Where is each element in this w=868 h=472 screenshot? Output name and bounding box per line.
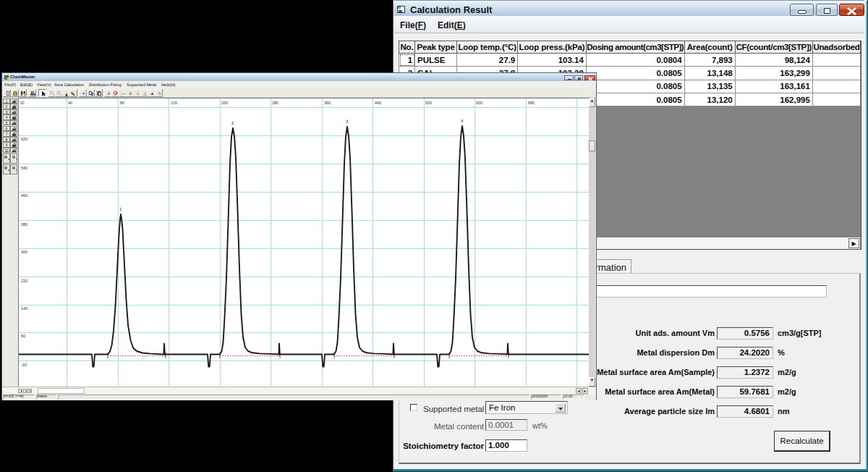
svg-text:4: 4 bbox=[461, 119, 464, 123]
svg-text:60: 60 bbox=[21, 334, 25, 338]
svg-text:3: 3 bbox=[346, 119, 349, 124]
svg-text:520: 520 bbox=[425, 101, 432, 105]
svg-text:-20: -20 bbox=[21, 363, 27, 367]
svg-text:680: 680 bbox=[528, 101, 535, 105]
svg-text:280: 280 bbox=[272, 101, 278, 105]
svg-text:360: 360 bbox=[324, 101, 331, 105]
svg-text:40: 40 bbox=[68, 101, 72, 105]
svg-text:120: 120 bbox=[171, 101, 177, 105]
svg-text:440: 440 bbox=[375, 101, 381, 105]
svg-text:460: 460 bbox=[21, 193, 27, 198]
svg-text:220: 220 bbox=[21, 279, 27, 283]
svg-text:600: 600 bbox=[476, 101, 482, 105]
svg-text:2: 2 bbox=[231, 121, 234, 125]
svg-text:200: 200 bbox=[221, 101, 228, 105]
svg-text:1: 1 bbox=[119, 207, 122, 211]
svg-text:80: 80 bbox=[120, 101, 124, 105]
svg-text:380: 380 bbox=[21, 222, 27, 227]
svg-text:300: 300 bbox=[21, 250, 27, 254]
svg-text:540: 540 bbox=[21, 166, 27, 170]
svg-text:20: 20 bbox=[20, 101, 25, 105]
svg-text:140: 140 bbox=[21, 306, 27, 311]
svg-text:620: 620 bbox=[21, 137, 27, 141]
